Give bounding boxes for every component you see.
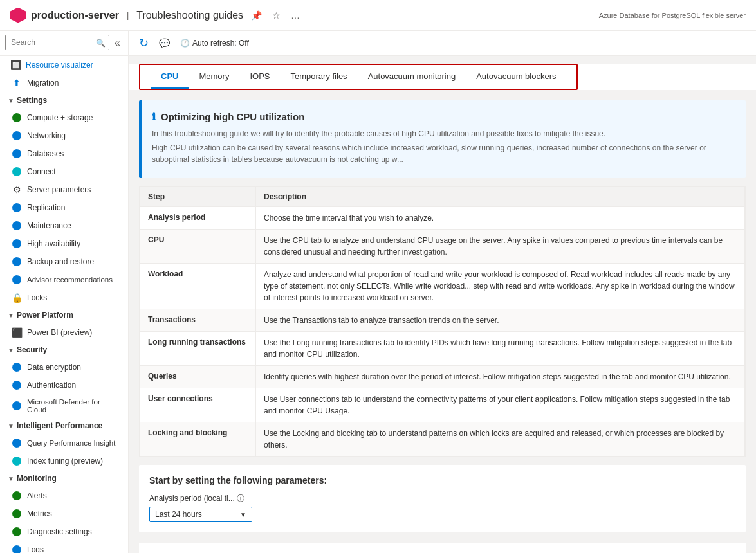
networking-icon xyxy=(12,131,22,141)
sidebar-item-query-performance[interactable]: Query Performance Insight xyxy=(0,434,128,452)
powerbi-icon: ⬛ xyxy=(12,327,22,338)
tab-iops[interactable]: IOPS xyxy=(239,65,280,89)
backup-icon xyxy=(12,257,22,267)
alerts-icon xyxy=(12,491,22,501)
bottom-tab-user-connections[interactable]: User connections xyxy=(452,548,532,553)
app-icon xyxy=(10,8,26,23)
search-input[interactable] xyxy=(5,35,109,50)
tab-temporary-files[interactable]: Temporary files xyxy=(280,65,357,89)
sidebar-item-label: Server parameters xyxy=(27,185,91,194)
settings-section[interactable]: ▼ Settings xyxy=(0,92,128,109)
sidebar-item-networking[interactable]: Networking xyxy=(0,127,128,145)
col-desc: Description xyxy=(256,187,745,207)
header-subtitle: Azure Database for PostgreSQL flexible s… xyxy=(599,12,746,19)
data-encryption-icon xyxy=(12,362,22,372)
sidebar-item-label: Backup and restore xyxy=(27,257,94,266)
power-platform-section[interactable]: ▼ Power Platform xyxy=(0,307,128,323)
star-button[interactable]: ☆ xyxy=(270,9,283,22)
sidebar-item-server-parameters[interactable]: ⚙ Server parameters xyxy=(0,181,128,199)
sidebar-item-label: Networking xyxy=(27,131,66,140)
sidebar-item-powerbi[interactable]: ⬛ Power BI (preview) xyxy=(0,323,128,341)
sidebar-item-logs[interactable]: Logs xyxy=(0,541,128,553)
bottom-tab-nav-container: CPU Workload Transactions Long running t… xyxy=(139,543,746,553)
page-title: Troubleshooting guides xyxy=(136,10,243,21)
sidebar-item-locks[interactable]: 🔒 Locks xyxy=(0,289,128,307)
index-tuning-icon xyxy=(12,456,22,466)
sidebar-item-metrics[interactable]: Metrics xyxy=(0,505,128,523)
bottom-tab-locking[interactable]: Locking and blocking xyxy=(533,548,626,553)
more-button[interactable]: … xyxy=(288,9,302,22)
sidebar-item-index-tuning[interactable]: Index tuning (preview) xyxy=(0,452,128,470)
analysis-section: Start by setting the following parameter… xyxy=(139,465,746,532)
sidebar-item-databases[interactable]: Databases xyxy=(0,145,128,163)
sidebar-item-label: Index tuning (preview) xyxy=(27,457,103,466)
info-card: ℹ Optimizing high CPU utilization In thi… xyxy=(139,100,746,178)
table-cell-step: Transactions xyxy=(140,309,256,332)
table-row: Locking and blockingUse the Locking and … xyxy=(140,422,745,457)
table-row: CPUUse the CPU tab to analyze and unders… xyxy=(140,230,745,264)
authentication-icon xyxy=(12,380,22,390)
bottom-tab-transactions[interactable]: Transactions xyxy=(233,548,296,553)
tab-autovacuum-blockers[interactable]: Autovacuum blockers xyxy=(466,65,566,89)
server-params-icon: ⚙ xyxy=(12,185,22,195)
advisor-icon xyxy=(12,275,22,285)
table-cell-desc: Use User connections tab to understand t… xyxy=(256,388,745,422)
select-value: Last 24 hours xyxy=(155,510,202,519)
auto-refresh-indicator: 🕐 Auto refresh: Off xyxy=(180,39,249,48)
table-cell-desc: Use the Transactions tab to analyze tran… xyxy=(256,309,745,332)
sidebar-item-label: Microsoft Defender for Cloud xyxy=(27,398,120,413)
sidebar-item-data-encryption[interactable]: Data encryption xyxy=(0,358,128,376)
sidebar-item-high-availability[interactable]: High availability xyxy=(0,235,128,253)
sidebar-item-authentication[interactable]: Authentication xyxy=(0,376,128,394)
pin-button[interactable]: 📌 xyxy=(248,9,264,22)
bottom-tab-queries[interactable]: Queries xyxy=(408,548,453,553)
sidebar-item-defender[interactable]: Microsoft Defender for Cloud xyxy=(0,394,128,417)
bottom-tab-workload[interactable]: Workload xyxy=(182,548,233,553)
sidebar-item-compute-storage[interactable]: Compute + storage xyxy=(0,109,128,127)
security-section[interactable]: ▼ Security xyxy=(0,341,128,358)
sidebar-item-label: Data encryption xyxy=(27,363,81,372)
defender-icon xyxy=(12,401,22,411)
info-card-title: ℹ Optimizing high CPU utilization xyxy=(152,111,735,123)
table-cell-step: Workload xyxy=(140,264,256,309)
sidebar-item-replication[interactable]: Replication xyxy=(0,199,128,217)
feedback-button[interactable]: 💬 xyxy=(159,38,170,48)
locks-icon: 🔒 xyxy=(12,293,22,303)
sidebar-item-advisor[interactable]: Advisor recommendations xyxy=(0,271,128,289)
table-row: TransactionsUse the Transactions tab to … xyxy=(140,309,745,332)
tab-memory[interactable]: Memory xyxy=(189,65,239,89)
analysis-period-select[interactable]: Last 24 hours ▼ xyxy=(149,507,252,522)
sidebar-item-backup-restore[interactable]: Backup and restore xyxy=(0,253,128,271)
table-row: Long running transactionsUse the Long ru… xyxy=(140,332,745,366)
table-cell-step: Analysis period xyxy=(140,207,256,230)
toolbar: ↻ 💬 🕐 Auto refresh: Off xyxy=(129,31,756,56)
sidebar-item-diagnostic[interactable]: Diagnostic settings xyxy=(0,523,128,541)
search-icon: 🔍 xyxy=(96,39,106,48)
sidebar-item-migration[interactable]: ⬆ Migration xyxy=(0,74,128,92)
sidebar-collapse-button[interactable]: « xyxy=(112,35,123,51)
sidebar: 🔍 « 🔲 Resource visualizer ⬆ Migration ▼ … xyxy=(0,31,129,553)
sidebar-item-label: Migration xyxy=(27,78,59,87)
bottom-tab-long-running[interactable]: Long running transactions xyxy=(296,548,408,553)
sidebar-item-label: Resource visualizer xyxy=(26,60,93,69)
sidebar-item-maintenance[interactable]: Maintenance xyxy=(0,217,128,235)
table-cell-step: Long running transactions xyxy=(140,332,256,366)
sidebar-item-alerts[interactable]: Alerts xyxy=(0,487,128,505)
monitoring-label: Monitoring xyxy=(17,474,57,483)
top-tab-nav: CPU Memory IOPS Temporary files Autovacu… xyxy=(139,64,578,90)
tab-cpu[interactable]: CPU xyxy=(151,65,189,89)
tab-autovacuum-monitoring[interactable]: Autovacuum monitoring xyxy=(358,65,466,89)
sidebar-item-label: Advisor recommendations xyxy=(27,276,113,284)
table-row: WorkloadAnalyze and understand what prop… xyxy=(140,264,745,309)
refresh-button[interactable]: ↻ xyxy=(139,36,149,50)
intelligent-performance-section[interactable]: ▼ Intelligent Performance xyxy=(0,417,128,434)
security-chevron: ▼ xyxy=(8,347,14,354)
table-cell-desc: Identify queries with highest duration o… xyxy=(256,366,745,388)
table-cell-step: Locking and blocking xyxy=(140,422,256,457)
monitoring-section[interactable]: ▼ Monitoring xyxy=(0,470,128,487)
metrics-icon xyxy=(12,509,22,519)
sidebar-item-connect[interactable]: Connect xyxy=(0,163,128,181)
bottom-tab-cpu[interactable]: CPU xyxy=(149,548,182,553)
clock-icon: 🕐 xyxy=(180,39,190,48)
sidebar-item-resource-visualizer[interactable]: 🔲 Resource visualizer xyxy=(0,56,128,74)
